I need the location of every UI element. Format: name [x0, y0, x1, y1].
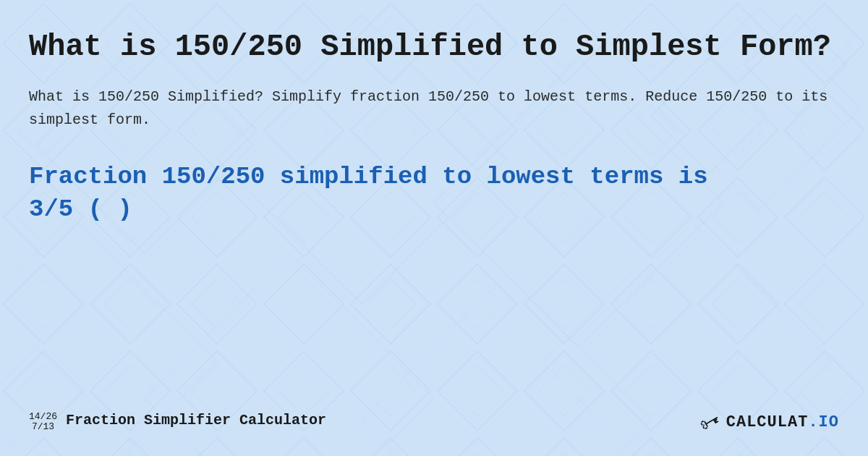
page-description: What is 150/250 Simplified? Simplify fra…	[29, 85, 839, 132]
result-line1: Fraction 150/250 simplified to lowest te…	[29, 163, 708, 190]
page-title: What is 150/250 Simplified to Simplest F…	[29, 29, 839, 65]
fraction-top: 14/26	[29, 412, 57, 422]
key-icon: 🗝	[695, 406, 725, 437]
footer-left: 14/26 7/13 Fraction Simplifier Calculato…	[29, 412, 326, 433]
result-text: Fraction 150/250 simplified to lowest te…	[29, 161, 839, 224]
result-section: Fraction 150/250 simplified to lowest te…	[29, 161, 839, 402]
result-line2: 3/5 ( )	[29, 195, 132, 223]
fraction-bottom: 7/13	[32, 422, 54, 432]
footer: 14/26 7/13 Fraction Simplifier Calculato…	[29, 402, 839, 434]
footer-logo: 🗝 CALCULAT.IO	[700, 410, 839, 434]
logo-text: CALCULAT.IO	[726, 413, 839, 431]
footer-brand-label: Fraction Simplifier Calculator	[66, 412, 326, 428]
fraction-stack: 14/26 7/13	[29, 412, 57, 433]
